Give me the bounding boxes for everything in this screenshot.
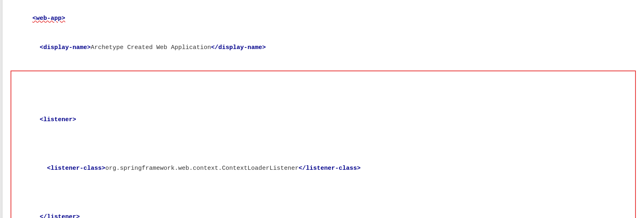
top-section: <web-app> <display-name>Archetype Create… <box>11 4 636 62</box>
listener-class-indent <box>40 165 47 172</box>
comment-listener-line: <listener> <listener-class>org.springfra… <box>18 76 629 218</box>
listener-close-tag-line: </listener> <box>18 203 629 218</box>
listener-close-tag: </listener> <box>40 214 80 218</box>
boxed-section: <listener> <listener-class>org.springfra… <box>11 71 636 218</box>
display-name-close-tag: </display-name> <box>211 44 266 51</box>
web-app-open-tag: <web-app> <box>32 15 65 22</box>
display-name-content: Archetype Created Web Application <box>91 44 211 51</box>
listener-class-open-tag: <listener-class> <box>47 165 105 172</box>
main-content: <web-app> <display-name>Archetype Create… <box>2 0 644 218</box>
listener-open-tag-line: <listener> <box>18 105 629 135</box>
listener-class-line: <listener-class>org.springframework.web.… <box>18 154 629 183</box>
comment-listener-prefix: <listener> <listener-class>org.springfra… <box>18 97 629 218</box>
web-app-open-tag-line: <web-app> <box>11 4 636 33</box>
display-name-line: <display-name>Archetype Created Web Appl… <box>11 33 636 62</box>
display-name-open-tag: <display-name> <box>32 44 91 51</box>
listener-class-content: org.springframework.web.context.ContextL… <box>105 165 299 172</box>
listener-open-tag: <listener> <box>40 116 76 123</box>
listener-class-close-tag: </listener-class> <box>299 165 360 172</box>
